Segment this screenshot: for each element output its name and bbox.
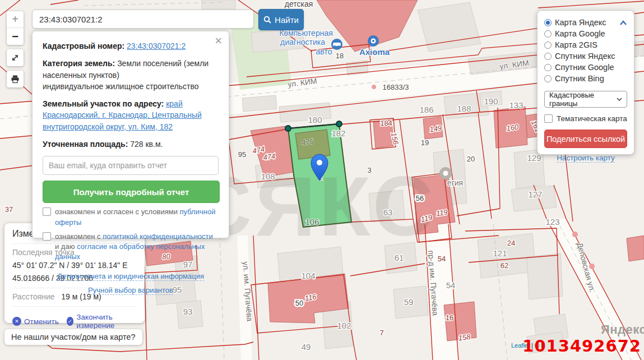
area-value: 728 кв.м. [130, 140, 163, 149]
privacy-policy-link[interactable]: политикой конфиденциальности [103, 232, 213, 241]
share-link-button[interactable]: Поделиться ссылкой [544, 130, 627, 148]
map-label: 16 [446, 313, 453, 322]
personal-data-link[interactable]: согласие на обработку персональных данны… [55, 242, 205, 261]
map-label: 3 [367, 166, 371, 174]
map-label: авто [316, 47, 332, 56]
map-label: 149 [429, 124, 443, 134]
privacy-agreement-row: ознакомлен с политикой конфиденциальност… [43, 232, 219, 262]
map-label: 95 [238, 150, 246, 159]
cancel-icon: ✕ [12, 317, 21, 326]
map-label: 475 [301, 137, 314, 147]
map-label: 7 [379, 329, 383, 337]
privacy-agreement-text: ознакомлен с политикой конфиденциальност… [55, 232, 219, 262]
expand-icon [11, 53, 20, 62]
area-row: Уточненная площадь: 728 кв.м. [43, 139, 219, 150]
map-label: 16833/3 [383, 83, 409, 91]
check-icon: ✓ [67, 317, 74, 326]
map-label: 61 [395, 253, 404, 262]
manual-variants-link[interactable]: Ручной выбор вариантов [88, 286, 173, 295]
cancel-measure-button[interactable]: ✕ Отменить [12, 317, 59, 326]
layer-option-4[interactable]: Спутник Яндекс [544, 50, 627, 62]
map-label: 54 [446, 280, 456, 290]
layer-option-label: Спутник Bing [555, 74, 604, 83]
radio-icon [544, 64, 552, 71]
radio-icon [544, 19, 552, 26]
search-button[interactable]: Найти [258, 9, 304, 30]
layer-option-3[interactable]: Карта 2GIS [544, 39, 627, 50]
layer-option-label: Карта Google [555, 29, 605, 38]
map-label: 108 [261, 172, 275, 181]
address-row: Земельный участок по адресу: край Красно… [43, 98, 219, 132]
not-found-prompt[interactable]: Не нашли участок/дом на карте? [4, 329, 142, 345]
layer-option-label: Карта 2GIS [555, 40, 597, 49]
zoom-out-button[interactable]: − [7, 28, 24, 45]
map-label: 20 [467, 155, 475, 163]
category-extra: индивидуальное жилищное строительство [43, 82, 198, 91]
search-input[interactable] [32, 10, 254, 29]
address-label: Земельный участок по адресу: [43, 99, 164, 108]
map-label: 121 [493, 248, 507, 258]
map-label: 119 [435, 208, 448, 218]
overlay-select[interactable]: Кадастровые границы [544, 91, 627, 108]
parcel-info-panel: × Кадастровый номер: 23:43:0307021:2 Кат… [32, 31, 229, 238]
close-icon[interactable]: × [215, 35, 222, 47]
map-label: 158 [458, 333, 471, 342]
cadastral-number-row: Кадастровый номер: 23:43:0307021:2 [43, 40, 219, 52]
gray-poi-icon[interactable] [439, 167, 452, 179]
report-details-link[interactable]: Детали отчета и юридическая информация [57, 272, 204, 281]
map-label: 102 [337, 321, 351, 330]
car-service-icon[interactable] [331, 39, 342, 50]
get-report-button[interactable]: Получить подробный отчет [43, 181, 220, 203]
map-label: 37 [5, 205, 13, 214]
category-label: Категория земель: [43, 59, 115, 68]
layer-option-6[interactable]: Спутник Bing [544, 73, 627, 84]
zoom-control: + − [7, 11, 24, 45]
radio-icon [544, 30, 552, 38]
configure-map-link[interactable]: Настроить карту [557, 154, 615, 163]
map-label: 160 [506, 123, 520, 133]
map-label: диагностика [280, 38, 325, 47]
map-label: 59 [404, 297, 414, 307]
email-field[interactable] [43, 156, 219, 175]
fullscreen-button[interactable] [7, 49, 24, 66]
map-label: егия [447, 178, 463, 187]
cadastral-number-link[interactable]: 23:43:0307021:2 [127, 41, 186, 50]
finish-measure-button[interactable]: ✓ Закончить измерение [67, 313, 137, 330]
privacy-checkbox[interactable] [43, 232, 51, 241]
axioma-poi-icon[interactable] [368, 35, 379, 47]
cadastral-number-label: Кадастровый номер: [43, 41, 124, 50]
map-label: 18 [336, 52, 344, 60]
map-label: 56 [416, 194, 424, 202]
radio-icon [544, 75, 552, 82]
category-row: Категория земель: Земли поселений (земли… [43, 58, 219, 92]
offer-checkbox[interactable] [43, 207, 51, 216]
layers-panel: Карта ЯндексКарта GoogleКарта 2GISСпутни… [537, 10, 634, 155]
layer-options-list: Карта ЯндексКарта GoogleКарта 2GISСпутни… [544, 17, 627, 84]
map-label: 104 [301, 271, 315, 280]
map-label: 180 [308, 115, 322, 124]
map-label: 123 [545, 217, 559, 227]
thematic-map-toggle[interactable]: Тематическая карта [544, 114, 627, 123]
map-label: 49 [302, 342, 311, 352]
layer-option-2[interactable]: Карта Google [544, 28, 627, 39]
offer-agreement-row: ознакомлен и согласен с условиями публич… [43, 207, 219, 227]
map-label: детская [285, 0, 313, 8]
map-label: 182 [331, 128, 345, 138]
collapse-panel-button[interactable] [619, 18, 627, 28]
map-label: 54 [438, 255, 446, 263]
map-label: 184 [380, 119, 392, 127]
map-label: 63 [383, 207, 393, 217]
print-button[interactable] [7, 71, 24, 87]
thematic-label: Тематическая карта [557, 114, 627, 123]
map-label: 190 [484, 96, 498, 106]
map-label: 93 [183, 307, 193, 316]
printer-icon [11, 75, 20, 84]
map-label: 474 [263, 152, 276, 162]
thematic-checkbox[interactable] [544, 114, 553, 123]
map-label: 129 [527, 153, 541, 163]
zoom-in-button[interactable]: + [7, 11, 24, 28]
layer-option-1[interactable]: Карта Яндекс [544, 17, 627, 28]
area-label: Уточненная площадь: [43, 140, 128, 149]
layer-option-5[interactable]: Спутник Google [544, 62, 627, 73]
map-label: 24 [507, 239, 515, 247]
